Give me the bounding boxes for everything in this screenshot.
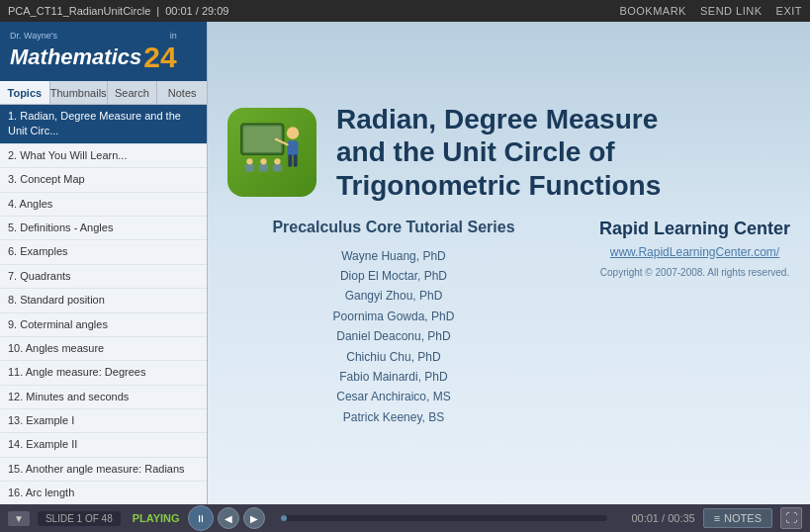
send-link-button[interactable]: SEND LINK bbox=[700, 5, 763, 17]
topic-item-5[interactable]: 5. Definitions - Angles bbox=[0, 217, 207, 240]
file-title: PCA_CT11_RadianUnitCircle bbox=[8, 5, 150, 17]
authors-right: Rapid Learning Center www.RapidLearningC… bbox=[599, 219, 790, 278]
logo-24: 24 bbox=[143, 43, 176, 72]
sidebar-tabs: Topics Thumbnails Search Notes bbox=[0, 81, 207, 105]
top-bar-left: PCA_CT11_RadianUnitCircle | 00:01 / 29:0… bbox=[8, 5, 228, 17]
exit-button[interactable]: EXIT bbox=[776, 5, 802, 17]
author-item: Diop El Moctar, PhD bbox=[227, 266, 560, 286]
svg-rect-6 bbox=[294, 155, 298, 167]
rewind-button[interactable]: ◀ bbox=[218, 507, 239, 529]
main-layout: Dr. Wayne's in Mathematics 24 Topics Thu… bbox=[0, 22, 810, 508]
content-area: Radian, Degree Measure and the Unit Circ… bbox=[208, 22, 810, 508]
svg-rect-9 bbox=[259, 164, 268, 172]
author-list: Wayne Huang, PhDDiop El Moctar, PhDGangy… bbox=[227, 246, 560, 428]
sidebar: Dr. Wayne's in Mathematics 24 Topics Thu… bbox=[0, 22, 208, 508]
topic-item-3[interactable]: 3. Concept Map bbox=[0, 168, 207, 192]
series-title: Precalculus Core Tutorial Series bbox=[227, 219, 560, 236]
time-display: 00:01 / 00:35 bbox=[631, 512, 694, 524]
topic-item-1[interactable]: 1. Radian, Degree Measure and the Unit C… bbox=[0, 105, 207, 144]
pause-button[interactable]: ⏸ bbox=[188, 505, 214, 531]
author-item: Gangyi Zhou, PhD bbox=[227, 286, 560, 306]
topic-item-9[interactable]: 9. Coterminal angles bbox=[0, 313, 207, 337]
topic-item-15[interactable]: 15. Another angle measure: Radians bbox=[0, 458, 207, 482]
topic-item-8[interactable]: 8. Standard position bbox=[0, 289, 207, 312]
logo-in-text: in bbox=[170, 31, 177, 41]
author-item: Daniel Deaconu, PhD bbox=[227, 326, 560, 346]
svg-rect-11 bbox=[273, 164, 282, 172]
topic-item-12[interactable]: 12. Minutes and seconds bbox=[0, 386, 207, 409]
fullscreen-button[interactable]: ⛶ bbox=[780, 507, 802, 529]
author-item: Chichiu Chu, PhD bbox=[227, 347, 560, 367]
topic-item-13[interactable]: 13. Example I bbox=[0, 409, 207, 433]
progress-fill bbox=[281, 515, 288, 521]
notes-icon: ≡ bbox=[714, 512, 720, 524]
topic-item-10[interactable]: 10. Angles measure bbox=[0, 337, 207, 361]
forward-button[interactable]: ▶ bbox=[243, 507, 265, 529]
svg-rect-3 bbox=[288, 141, 299, 157]
lecture-icon bbox=[227, 108, 316, 197]
logo-area: Dr. Wayne's in Mathematics 24 bbox=[0, 22, 207, 81]
svg-rect-7 bbox=[245, 164, 254, 172]
copyright-text: Copyright © 2007-2008. All rights reserv… bbox=[599, 267, 790, 278]
topic-item-14[interactable]: 14. Example II bbox=[0, 433, 207, 457]
logo-wayne-text: Dr. Wayne's bbox=[10, 31, 57, 41]
svg-rect-5 bbox=[288, 155, 292, 167]
author-item: Fabio Mainardi, PhD bbox=[227, 367, 560, 387]
topic-item-6[interactable]: 6. Examples bbox=[0, 240, 207, 264]
authors-left: Precalculus Core Tutorial Series Wayne H… bbox=[227, 219, 560, 428]
lecturer-svg bbox=[237, 118, 307, 187]
tab-thumbnails[interactable]: Thumbnails bbox=[50, 81, 108, 104]
svg-point-12 bbox=[274, 158, 280, 164]
slide-title: Radian, Degree Measure and the Unit Circ… bbox=[336, 103, 661, 203]
topic-item-2[interactable]: 2. What You Will Learn... bbox=[0, 144, 207, 168]
svg-point-10 bbox=[260, 158, 266, 164]
author-item: Wayne Huang, PhD bbox=[227, 246, 560, 266]
tab-topics[interactable]: Topics bbox=[0, 81, 50, 104]
logo-math-text: Mathematics bbox=[10, 44, 141, 70]
svg-point-2 bbox=[287, 128, 299, 139]
topic-item-7[interactable]: 7. Quadrants bbox=[0, 265, 207, 289]
top-bar-time: 00:01 / 29:09 bbox=[165, 5, 228, 17]
topic-item-11[interactable]: 11. Angle measure: Degrees bbox=[0, 361, 207, 385]
authors-section: Precalculus Core Tutorial Series Wayne H… bbox=[227, 219, 790, 428]
rlc-url[interactable]: www.RapidLearningCenter.com/ bbox=[599, 245, 790, 259]
author-item: Poornima Gowda, PhD bbox=[227, 307, 560, 326]
slide-indicator: SLIDE 1 OF 48 bbox=[38, 511, 121, 526]
logo-math: Mathematics 24 bbox=[10, 43, 177, 72]
top-bar: PCA_CT11_RadianUnitCircle | 00:01 / 29:0… bbox=[0, 0, 810, 22]
author-item: Cesar Anchiraico, MS bbox=[227, 387, 560, 406]
tab-notes[interactable]: Notes bbox=[157, 81, 207, 104]
title-section: Radian, Degree Measure and the Unit Circ… bbox=[227, 103, 790, 203]
tab-search[interactable]: Search bbox=[108, 81, 158, 104]
logo-inner: Dr. Wayne's in Mathematics 24 bbox=[10, 31, 177, 72]
time-separator: | bbox=[156, 5, 159, 17]
notes-button[interactable]: ≡ NOTES bbox=[703, 508, 772, 528]
topics-list[interactable]: 1. Radian, Degree Measure and the Unit C… bbox=[0, 105, 207, 508]
progress-bar[interactable] bbox=[281, 515, 608, 521]
bottom-bar: ▼ SLIDE 1 OF 48 PLAYING ⏸ ◀ ▶ 00:01 / 00… bbox=[0, 504, 810, 532]
svg-point-8 bbox=[246, 158, 252, 164]
slide-content: Radian, Degree Measure and the Unit Circ… bbox=[227, 103, 790, 427]
bookmark-button[interactable]: BOOKMARK bbox=[619, 5, 686, 17]
rlc-title: Rapid Learning Center bbox=[599, 219, 790, 239]
top-bar-right: BOOKMARK SEND LINK EXIT bbox=[619, 5, 802, 17]
playing-label: PLAYING bbox=[133, 512, 180, 524]
slide-dropdown-button[interactable]: ▼ bbox=[8, 511, 30, 526]
topic-item-4[interactable]: 4. Angles bbox=[0, 193, 207, 217]
playback-controls: ⏸ ◀ ▶ bbox=[188, 505, 265, 531]
topic-item-16[interactable]: 16. Arc length bbox=[0, 482, 207, 505]
author-item: Patrick Keeney, BS bbox=[227, 407, 560, 427]
